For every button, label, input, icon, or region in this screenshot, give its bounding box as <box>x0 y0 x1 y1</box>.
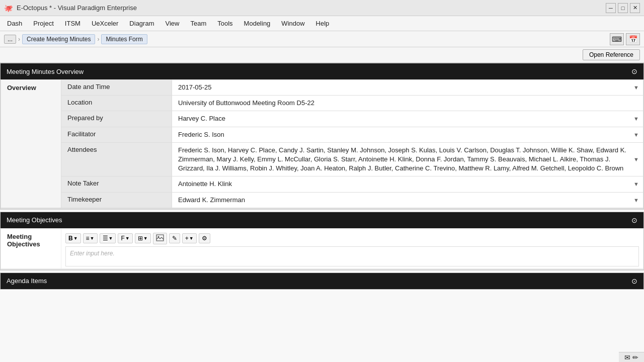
open-reference-button[interactable]: Open Reference <box>583 49 640 60</box>
breadcrumb-create-meeting[interactable]: Create Meeting Minutes <box>22 34 95 44</box>
breadcrumb-separator-2: › <box>97 36 99 43</box>
location-field-label: Location <box>61 96 172 111</box>
overview-content: Overview Date and Time 2017-05-25 ▼ Loca… <box>1 79 643 209</box>
calendar-icon-button[interactable]: 📅 <box>626 33 640 45</box>
attendees-value-cell[interactable]: Frederic S. Ison, Harvey C. Place, Candy… <box>172 142 643 176</box>
overview-attendees-row: Attendees Frederic S. Ison, Harvey C. Pl… <box>1 142 643 176</box>
attendees-value: Frederic S. Ison, Harvey C. Place, Candy… <box>178 146 633 172</box>
bold-dropdown-arrow: ▼ <box>73 236 78 241</box>
list-icon: ☰ <box>103 235 108 242</box>
agenda-section-header: Agenda Items ⊙ <box>1 273 643 289</box>
overview-date-row: Overview Date and Time 2017-05-25 ▼ <box>1 80 643 96</box>
timekeeper-dropdown-arrow[interactable]: ▼ <box>633 197 639 203</box>
menu-modeling[interactable]: Modeling <box>239 18 276 29</box>
date-time-value: 2017-05-25 <box>178 83 222 91</box>
facilitator-field-label: Facilitator <box>61 127 172 142</box>
prepared-by-field-label: Prepared by <box>61 111 172 127</box>
menu-bar: Dash Project ITSM UeXceler Diagram View … <box>0 16 644 31</box>
agenda-section: Agenda Items ⊙ <box>0 273 644 290</box>
image-icon <box>156 234 164 243</box>
title-bar: 🐙 E-Octopus * - Visual Paradigm Enterpri… <box>0 0 644 16</box>
highlight-icon: ✎ <box>172 235 177 242</box>
breadcrumb-right-icons: ⌨ 📅 <box>610 33 640 45</box>
keyboard-icon-button[interactable]: ⌨ <box>610 33 624 45</box>
objectives-row: Meeting Objectives B ▼ ≡ ▼ <box>1 228 643 268</box>
add-icon: + <box>185 235 189 242</box>
agenda-collapse-button[interactable]: ⊙ <box>631 277 637 285</box>
highlight-button[interactable]: ✎ <box>169 233 180 243</box>
prepared-by-value-cell[interactable]: Harvey C. Place ▼ <box>172 111 643 127</box>
settings-button[interactable]: ⚙ <box>199 233 210 243</box>
maximize-button[interactable]: □ <box>618 3 628 13</box>
email-icon[interactable]: ✉ <box>624 353 630 361</box>
add-button[interactable]: + ▼ <box>182 233 197 243</box>
timekeeper-value-cell[interactable]: Edward K. Zimmerman ▼ <box>172 192 643 208</box>
image-button[interactable] <box>153 233 167 244</box>
menu-tools[interactable]: Tools <box>212 18 237 29</box>
overview-row-label: Overview <box>1 80 61 208</box>
objectives-header-title: Meeting Objectives <box>7 216 62 224</box>
facilitator-dropdown-arrow[interactable]: ▼ <box>633 132 639 138</box>
note-taker-value-cell[interactable]: Antoinette H. Klink ▼ <box>172 176 643 192</box>
menu-dash[interactable]: Dash <box>2 18 27 29</box>
date-time-dropdown-arrow[interactable]: ▼ <box>633 84 639 90</box>
menu-uexceler[interactable]: UeXceler <box>87 18 123 29</box>
table-button[interactable]: ⊞ ▼ <box>135 233 151 243</box>
breadcrumb-separator-1: › <box>18 36 20 43</box>
attendees-field-label: Attendees <box>61 142 172 176</box>
list-button[interactable]: ☰ ▼ <box>100 233 116 243</box>
prepared-by-dropdown-arrow[interactable]: ▼ <box>633 116 639 122</box>
objectives-content: Meeting Objectives B ▼ ≡ ▼ <box>1 228 643 270</box>
menu-diagram[interactable]: Diagram <box>124 18 159 29</box>
bold-button[interactable]: B ▼ <box>65 233 81 243</box>
close-button[interactable]: ✕ <box>630 3 640 13</box>
list-dropdown-arrow: ▼ <box>109 236 113 241</box>
facilitator-value: Frederic S. Ison <box>178 131 234 138</box>
table-icon: ⊞ <box>138 235 143 242</box>
menu-view[interactable]: View <box>160 18 184 29</box>
breadcrumb-minutes-form[interactable]: Minutes Form <box>101 34 147 44</box>
breadcrumb-minutes-form-label: Minutes Form <box>106 36 142 43</box>
note-taker-dropdown-arrow[interactable]: ▼ <box>633 181 639 187</box>
breadcrumb-create-meeting-label: Create Meeting Minutes <box>27 36 91 43</box>
edit-icon[interactable]: ✏ <box>632 353 638 361</box>
overview-collapse-button[interactable]: ⊙ <box>631 67 637 75</box>
breadcrumb-more-button[interactable]: ... <box>4 35 16 44</box>
overview-facilitator-row: Facilitator Frederic S. Ison ▼ <box>1 127 643 142</box>
minimize-button[interactable]: ─ <box>606 3 616 13</box>
bold-icon: B <box>68 235 73 242</box>
menu-team[interactable]: Team <box>185 18 211 29</box>
menu-help[interactable]: Help <box>311 18 335 29</box>
timekeeper-field-label: Timekeeper <box>61 192 172 208</box>
timekeeper-value: Edward K. Zimmerman <box>178 196 255 204</box>
top-toolbar: Open Reference <box>0 47 644 63</box>
objectives-section-header: Meeting Objectives ⊙ <box>1 212 643 228</box>
font-button[interactable]: F ▼ <box>118 233 132 243</box>
table-dropdown-arrow: ▼ <box>143 236 148 241</box>
menu-itsm[interactable]: ITSM <box>60 18 86 29</box>
facilitator-value-cell[interactable]: Frederic S. Ison ▼ <box>172 127 643 142</box>
svg-rect-0 <box>156 235 164 241</box>
prepared-by-value: Harvey C. Place <box>178 115 235 122</box>
objectives-placeholder: Enter input here. <box>70 250 115 257</box>
menu-project[interactable]: Project <box>28 18 58 29</box>
overview-location-row: Location University of Buttonwood Meetin… <box>1 96 643 111</box>
attendees-dropdown-arrow[interactable]: ▼ <box>633 156 639 162</box>
add-dropdown-arrow: ▼ <box>189 236 194 241</box>
overview-header-title: Meeting Minutes Overview <box>7 68 84 75</box>
location-value: University of Buttonwood Meeting Room D5… <box>178 99 325 107</box>
align-button[interactable]: ≡ ▼ <box>83 233 98 243</box>
objectives-section: Meeting Objectives ⊙ Meeting Objectives … <box>0 212 644 270</box>
font-dropdown-arrow: ▼ <box>125 236 130 241</box>
date-time-value-cell[interactable]: 2017-05-25 ▼ <box>172 80 643 96</box>
objectives-collapse-button[interactable]: ⊙ <box>631 216 637 224</box>
main-content: Open Reference Meeting Minutes Overview … <box>0 47 644 362</box>
note-taker-field-label: Note Taker <box>61 176 172 192</box>
overview-notetaker-row: Note Taker Antoinette H. Klink ▼ <box>1 176 643 192</box>
location-value-cell[interactable]: University of Buttonwood Meeting Room D5… <box>172 96 643 111</box>
objectives-editor-area[interactable]: Enter input here. <box>65 246 639 266</box>
editor-toolbar: B ▼ ≡ ▼ ☰ ▼ <box>65 231 639 246</box>
window-controls: ─ □ ✕ <box>606 3 640 13</box>
menu-window[interactable]: Window <box>276 18 309 29</box>
agenda-header-title: Agenda Items <box>7 277 47 285</box>
